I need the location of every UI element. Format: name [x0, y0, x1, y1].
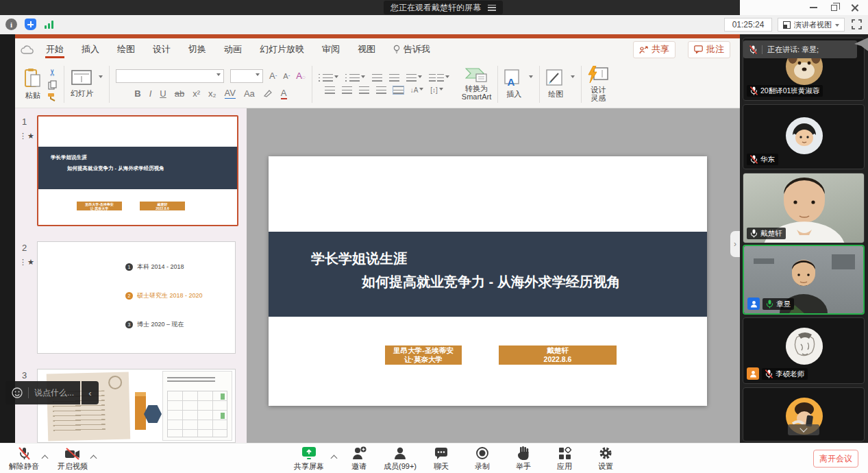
- comments-button[interactable]: 批注: [688, 41, 730, 58]
- mic-options-caret[interactable]: [42, 455, 49, 462]
- justify-icon[interactable]: [376, 86, 386, 94]
- apps-button[interactable]: 应用: [546, 446, 583, 472]
- font-color-icon[interactable]: A: [281, 88, 287, 99]
- security-shield-icon[interactable]: [25, 19, 36, 30]
- decrease-indent-icon[interactable]: [372, 74, 382, 82]
- chat-collapse-button[interactable]: ‹: [82, 381, 99, 404]
- view-mode-dropdown[interactable]: 演讲者视图: [778, 18, 845, 32]
- start-video-button[interactable]: 开启视频: [54, 446, 91, 472]
- svg-text:A: A: [508, 76, 515, 87]
- participant-tile-4[interactable]: 章昱: [743, 245, 865, 315]
- subscript-button[interactable]: x₂: [208, 88, 216, 99]
- tab-tell-me[interactable]: 告诉我: [384, 38, 439, 60]
- line-spacing-button[interactable]: [406, 74, 422, 82]
- insert-textbox-button[interactable]: A 插入: [504, 69, 523, 99]
- scroll-participants-button[interactable]: [788, 424, 819, 435]
- minimize-icon[interactable]: [810, 7, 817, 8]
- chat-input[interactable]: 说点什么...: [5, 381, 80, 404]
- design-ideas-button[interactable]: 设计灵感: [588, 66, 608, 102]
- members-icon: [393, 446, 407, 460]
- sidebar-collapse-handle[interactable]: ›: [730, 231, 740, 257]
- participant-tile-5[interactable]: 李硕老师: [743, 317, 865, 384]
- tab-design[interactable]: 设计: [144, 38, 179, 60]
- raise-hand-button[interactable]: 举手: [505, 446, 542, 472]
- leave-meeting-button[interactable]: 离开会议: [813, 450, 858, 468]
- ppt-ribbon-toolbar: 粘贴 ✂: [15, 60, 740, 108]
- share-button[interactable]: 共享: [633, 41, 675, 58]
- paragraph-group: ↓A [↕]: [312, 60, 456, 108]
- copy-icon[interactable]: [48, 80, 57, 90]
- format-painter-icon[interactable]: [47, 93, 58, 101]
- invite-button[interactable]: 邀请: [340, 446, 377, 472]
- chat-button[interactable]: 聊天: [423, 446, 460, 472]
- numbering-button[interactable]: [345, 74, 365, 82]
- tab-transitions[interactable]: 切换: [179, 38, 215, 60]
- banner-menu-icon[interactable]: [488, 5, 496, 11]
- convert-smartart-button[interactable]: 转换为SmartArt: [462, 68, 491, 101]
- underline-button[interactable]: U: [160, 88, 166, 99]
- slide-thumbnail-3[interactable]: [37, 369, 236, 443]
- slide-thumbnail-1[interactable]: 学长学姐说生涯 如何提高就业竞争力 - 从海外求学经历视角 里昂大学-圣埃蒂安让…: [37, 115, 238, 226]
- tab-animations[interactable]: 动画: [215, 38, 251, 60]
- settings-button[interactable]: 设置: [587, 446, 624, 472]
- sketch-avatar: [786, 328, 823, 365]
- slide-canvas[interactable]: 学长学姐说生涯 如何提高就业竞争力 - 从海外求学经历视角 里昂大学-圣埃蒂安让…: [247, 108, 740, 443]
- meeting-info-icon[interactable]: i: [5, 19, 17, 30]
- powerpoint-window: 开始 插入 绘图 设计 切换 动画 幻灯片放映 审阅 视图 告诉我: [15, 34, 740, 443]
- slide-1-animation-star: ⋮★: [19, 132, 35, 141]
- align-text-button[interactable]: [↕]: [430, 86, 443, 94]
- font-name-select[interactable]: [116, 69, 224, 83]
- emoji-icon[interactable]: [12, 387, 23, 398]
- participant-tile-6[interactable]: [743, 387, 865, 441]
- participant-tile-2[interactable]: 华东: [743, 104, 865, 169]
- fullscreen-button[interactable]: [850, 18, 864, 32]
- bold-button[interactable]: B: [134, 88, 140, 99]
- tab-view[interactable]: 视图: [349, 38, 384, 60]
- draw-button[interactable]: 绘图: [546, 69, 565, 99]
- align-right-icon[interactable]: [359, 86, 369, 94]
- increase-indent-icon[interactable]: [389, 74, 399, 82]
- clear-formatting-icon[interactable]: A◌: [296, 71, 305, 81]
- highlight-pen-icon[interactable]: [263, 89, 273, 97]
- strikethrough-button[interactable]: ab: [175, 88, 184, 99]
- align-center-icon[interactable]: [342, 86, 352, 94]
- character-spacing-button[interactable]: AV: [225, 88, 236, 99]
- close-icon[interactable]: [851, 4, 858, 12]
- tab-insert[interactable]: 插入: [73, 38, 108, 60]
- new-slide-button[interactable]: 幻灯片: [71, 70, 93, 99]
- decrease-font-icon[interactable]: Aˇ: [283, 72, 290, 80]
- unmute-button[interactable]: 解除静音: [5, 446, 42, 472]
- tab-slideshow[interactable]: 幻灯片放映: [251, 38, 313, 60]
- record-button[interactable]: 录制: [464, 446, 501, 472]
- paste-button[interactable]: 粘贴: [24, 68, 42, 101]
- meeting-window: 您正在观看戴楚轩的屏幕 i 01:25:24 演讲者视图: [0, 0, 868, 473]
- participant-tile-3[interactable]: 戴楚轩: [743, 173, 865, 243]
- apps-grid-icon: [558, 447, 571, 460]
- restore-icon[interactable]: [831, 5, 837, 11]
- share-options-caret[interactable]: [331, 455, 338, 462]
- tab-home[interactable]: 开始: [37, 38, 73, 60]
- members-button[interactable]: 成员(99+): [382, 446, 419, 472]
- network-signal-icon[interactable]: [44, 20, 55, 29]
- share-screen-button[interactable]: 共享屏幕: [290, 446, 327, 472]
- italic-button[interactable]: I: [149, 88, 152, 99]
- bullets-button[interactable]: [319, 74, 338, 82]
- raise-hand-icon: [517, 446, 530, 460]
- co-host-badge: [747, 367, 759, 380]
- cut-icon[interactable]: ✂: [47, 69, 58, 76]
- distribute-icon[interactable]: [393, 86, 404, 94]
- speaker-view-icon: [783, 21, 791, 29]
- columns-button[interactable]: [429, 74, 449, 82]
- paste-clipboard-icon: [24, 68, 42, 88]
- video-options-caret[interactable]: [90, 455, 97, 462]
- change-case-button[interactable]: Aa: [244, 88, 255, 99]
- superscript-button[interactable]: x²: [193, 88, 200, 99]
- tab-review[interactable]: 审阅: [313, 38, 349, 60]
- increase-font-icon[interactable]: Aˆ: [269, 71, 277, 81]
- align-left-icon[interactable]: [325, 86, 335, 94]
- watching-banner[interactable]: 您正在观看戴楚轩的屏幕: [384, 1, 503, 14]
- font-size-select[interactable]: [230, 69, 263, 83]
- text-direction-button[interactable]: ↓A: [410, 86, 424, 94]
- tab-drawing[interactable]: 绘图: [108, 38, 144, 60]
- slide-thumbnail-2[interactable]: 1 本科 2014 - 2018 2 硕士研究生 2018 - 2020 3 博…: [37, 241, 236, 354]
